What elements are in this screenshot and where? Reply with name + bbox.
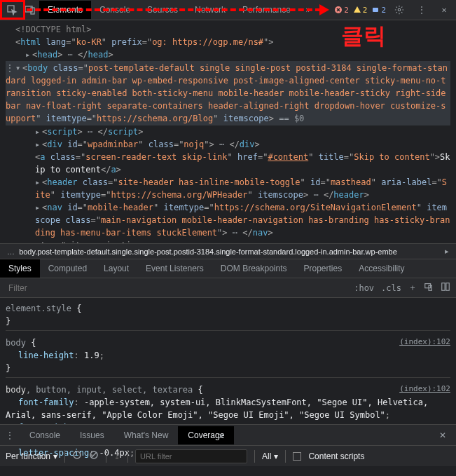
info-badge[interactable]: 2 bbox=[371, 6, 386, 15]
source-link-2[interactable]: (index):102 bbox=[399, 383, 450, 395]
svg-rect-4 bbox=[373, 8, 378, 12]
content-scripts-checkbox[interactable] bbox=[293, 452, 301, 461]
nav-node[interactable]: ▸<nav id="mobile-header" itemtype="https… bbox=[6, 201, 450, 239]
body-rule[interactable]: (index):102 body { line-height: 1.9; } bbox=[6, 336, 450, 378]
subtab-event-listeners[interactable]: Event Listeners bbox=[137, 259, 212, 278]
settings-icon[interactable] bbox=[390, 1, 408, 19]
divider bbox=[127, 450, 128, 463]
svg-line-12 bbox=[91, 452, 97, 458]
cls-toggle[interactable]: .cls bbox=[381, 283, 401, 293]
doctype-node[interactable]: <!DOCTYPE html> bbox=[15, 25, 91, 34]
elements-panel[interactable]: <!DOCTYPE html> <html lang="ko-KR" prefi… bbox=[0, 20, 456, 243]
warning-count: 2 bbox=[363, 6, 368, 15]
drawer-tab-console[interactable]: Console bbox=[20, 426, 70, 444]
subtab-layout[interactable]: Layout bbox=[95, 259, 137, 278]
coverage-filter-select[interactable]: All ▾ bbox=[262, 451, 278, 461]
new-style-rule-icon[interactable]: ＋ bbox=[408, 282, 417, 294]
breadcrumb-body[interactable]: body.post-template-default.single.single… bbox=[19, 247, 397, 256]
annotation-click-label: 클릭 bbox=[341, 21, 386, 52]
hov-toggle[interactable]: :hov bbox=[354, 283, 374, 293]
coverage-tab-close-icon[interactable]: × bbox=[219, 430, 224, 442]
warning-badge[interactable]: 2 bbox=[353, 6, 368, 15]
content-scripts-label: Content scripts bbox=[308, 451, 364, 461]
subtab-dom-breakpoints[interactable]: DOM Breakpoints bbox=[212, 259, 296, 278]
subtab-styles[interactable]: Styles bbox=[0, 259, 40, 278]
skip-link-node[interactable]: <a class="screen-reader-text skip-link" … bbox=[6, 151, 450, 176]
subtab-properties[interactable]: Properties bbox=[296, 259, 351, 278]
styles-filter-input[interactable] bbox=[6, 280, 345, 296]
drawer-tab-issues[interactable]: Issues bbox=[70, 426, 114, 444]
error-badge[interactable]: 2 bbox=[334, 6, 349, 15]
annotation-arrow bbox=[27, 8, 321, 11]
subtab-accessibility[interactable]: Accessibility bbox=[350, 259, 413, 278]
breadcrumb-ellipsis[interactable]: … bbox=[7, 247, 15, 256]
clear-icon[interactable] bbox=[89, 450, 99, 462]
info-count: 2 bbox=[381, 6, 386, 15]
export-icon[interactable]: ⤓ bbox=[113, 451, 120, 461]
svg-point-5 bbox=[398, 8, 401, 11]
divider bbox=[64, 450, 65, 463]
svg-rect-8 bbox=[442, 283, 445, 291]
device-responsive-icon[interactable] bbox=[424, 282, 434, 294]
record-icon[interactable] bbox=[72, 450, 82, 462]
drawer-tab-whatsnew[interactable]: What's New bbox=[114, 426, 179, 444]
drawer-tab-coverage[interactable]: Coverage bbox=[178, 426, 234, 444]
coverage-type-select[interactable]: Per function ▾ bbox=[6, 451, 57, 461]
body-node-selected[interactable]: ⋮▾<body class="post-template-default sin… bbox=[6, 61, 450, 125]
divider bbox=[106, 450, 106, 463]
drawer-close-icon[interactable]: ✕ bbox=[439, 430, 449, 440]
coverage-url-filter[interactable] bbox=[135, 449, 247, 463]
source-link-1[interactable]: (index):102 bbox=[399, 336, 450, 348]
styles-filter-bar: :hov .cls ＋ bbox=[0, 278, 456, 298]
divider bbox=[285, 450, 286, 463]
styles-panel[interactable]: element.style { } (index):102 body { lin… bbox=[0, 298, 456, 424]
chevron-down-icon: ▾ bbox=[274, 451, 278, 461]
svg-point-10 bbox=[74, 451, 81, 458]
computed-panel-icon[interactable] bbox=[441, 282, 450, 294]
chevron-down-icon: ▾ bbox=[53, 451, 57, 461]
subtab-computed[interactable]: Computed bbox=[40, 259, 95, 278]
header-node[interactable]: ▸<header class="site-header has-inline-m… bbox=[6, 176, 450, 201]
error-count: 2 bbox=[344, 6, 349, 15]
styles-subtabs: Styles Computed Layout Event Listeners D… bbox=[0, 259, 456, 278]
breadcrumb-scroll-right[interactable]: ▸ bbox=[445, 247, 449, 256]
divider bbox=[254, 450, 255, 463]
wpadminbar-node[interactable]: ▸<div id="wpadminbar" class="nojq"> ⋯ </… bbox=[6, 138, 450, 151]
drawer-kebab-icon[interactable]: ⋮ bbox=[0, 430, 20, 440]
dom-breadcrumb[interactable]: … body.post-template-default.single.sing… bbox=[0, 243, 456, 259]
element-style-rule[interactable]: element.style { } bbox=[6, 302, 450, 331]
kebab-menu-icon[interactable]: ⋮ bbox=[413, 1, 431, 19]
annotation-highlight-box bbox=[0, 0, 25, 20]
script-node[interactable]: ▸<script> ⋯ </script> bbox=[6, 125, 450, 138]
close-devtools-icon[interactable]: ✕ bbox=[435, 1, 453, 19]
drawer-tabs: ⋮ Console Issues What's New Coverage × ✕ bbox=[0, 424, 456, 445]
svg-rect-9 bbox=[446, 283, 449, 291]
